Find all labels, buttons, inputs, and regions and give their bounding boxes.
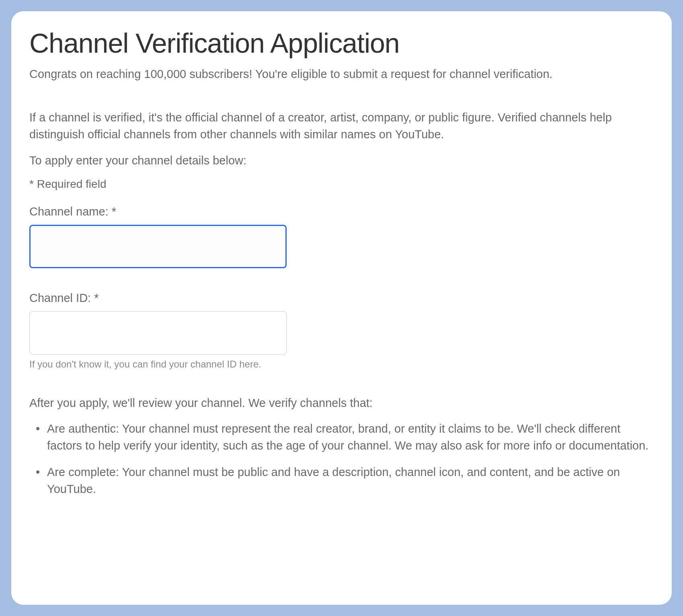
channel-id-group: Channel ID: * If you don't know it, you … (29, 292, 654, 370)
channel-id-input[interactable] (29, 311, 287, 355)
channel-name-group: Channel name: * (29, 205, 654, 268)
apply-instruction: To apply enter your channel details belo… (29, 154, 654, 167)
page-title: Channel Verification Application (29, 27, 654, 59)
required-field-note: * Required field (29, 178, 654, 191)
channel-id-helper: If you don't know it, you can find your … (29, 359, 654, 370)
criteria-list: Are authentic: Your channel must represe… (29, 420, 654, 497)
subheading: Congrats on reaching 100,000 subscribers… (29, 66, 654, 82)
channel-name-label: Channel name: * (29, 205, 654, 218)
criteria-item-authentic: Are authentic: Your channel must represe… (40, 420, 654, 454)
application-card: Channel Verification Application Congrat… (11, 11, 672, 605)
channel-id-label: Channel ID: * (29, 292, 654, 305)
review-intro: After you apply, we'll review your chann… (29, 396, 654, 410)
channel-name-input[interactable] (29, 225, 287, 268)
intro-paragraph: If a channel is verified, it's the offic… (29, 109, 654, 143)
criteria-item-complete: Are complete: Your channel must be publi… (40, 464, 654, 497)
